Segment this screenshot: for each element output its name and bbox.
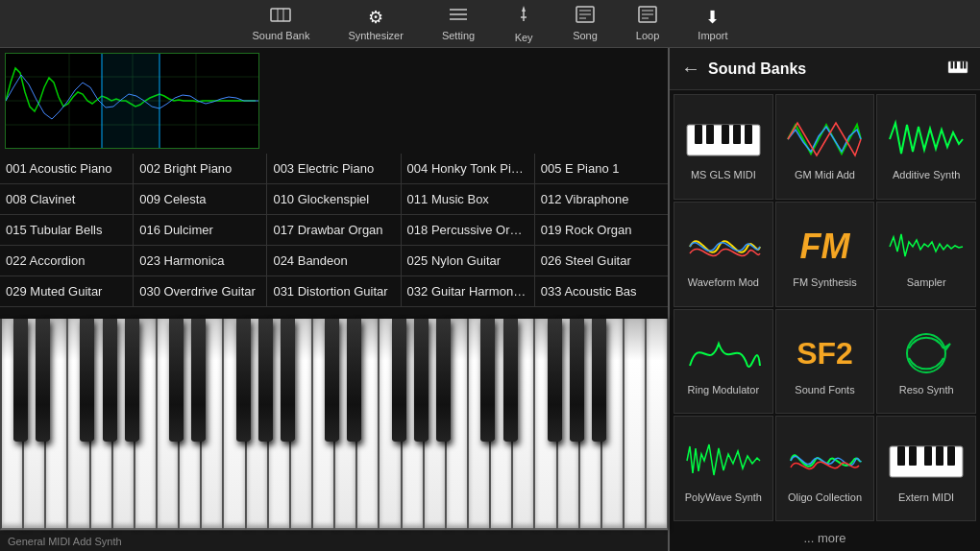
sound-bank-ms-gls-midi[interactable]: MS GLS MIDI xyxy=(674,94,773,200)
sound-bank-label: Extern MIDI xyxy=(898,491,954,503)
white-key[interactable] xyxy=(23,319,45,530)
white-key[interactable] xyxy=(424,319,446,530)
instrument-cell[interactable]: 009 Celesta xyxy=(134,184,267,214)
white-key[interactable] xyxy=(67,319,89,530)
sound-bank-additive-synth[interactable]: Additive Synth xyxy=(876,94,976,200)
white-key[interactable] xyxy=(312,319,334,530)
white-key[interactable] xyxy=(490,319,512,530)
instrument-cell[interactable]: 030 Overdrive Guitar xyxy=(134,276,267,306)
instrument-cell[interactable]: 008 Clavinet xyxy=(0,184,134,214)
sound-bank-visual xyxy=(786,435,863,488)
white-key[interactable] xyxy=(402,319,424,530)
sound-bank-ring-modulator[interactable]: Ring Modulator xyxy=(674,309,773,415)
white-key[interactable] xyxy=(45,319,67,530)
piano-area xyxy=(0,319,668,530)
sound-bank-oligo-collection[interactable]: Oligo Collection xyxy=(775,416,875,521)
sound-bank-sampler[interactable]: Sampler xyxy=(876,202,976,307)
white-key[interactable] xyxy=(157,319,179,530)
instrument-cell[interactable]: 015 Tubular Bells xyxy=(0,215,134,245)
white-key[interactable] xyxy=(579,319,601,530)
back-button[interactable]: ← xyxy=(681,58,700,80)
sound-bank-sound-fonts[interactable]: SF2Sound Fonts xyxy=(775,309,875,415)
toolbar-song[interactable]: Song xyxy=(573,6,598,41)
instrument-cell[interactable]: 024 Bandeon xyxy=(267,246,401,276)
song-label: Song xyxy=(573,30,598,41)
sound-bank-label: Ring Modulator xyxy=(688,384,760,395)
synthesizer-label: Synthesizer xyxy=(348,30,403,41)
song-icon xyxy=(575,6,596,28)
white-key[interactable] xyxy=(135,319,157,530)
white-key[interactable] xyxy=(334,319,356,530)
sound-bank-visual xyxy=(685,220,762,273)
white-key[interactable] xyxy=(0,319,23,530)
synthesizer-icon: ⚙ xyxy=(368,7,383,28)
svg-rect-34 xyxy=(733,125,741,144)
toolbar-key[interactable]: Key xyxy=(513,4,534,43)
sound-banks-header: ← Sound Banks xyxy=(670,48,980,90)
instrument-cell[interactable]: 026 Steel Guitar xyxy=(535,246,668,276)
instrument-cell[interactable]: 032 Guitar Harmonics xyxy=(402,276,535,306)
instrument-cell[interactable]: 016 Dulcimer xyxy=(134,215,267,245)
sound-bank-waveform-mod[interactable]: Waveform Mod xyxy=(674,202,773,307)
white-key[interactable] xyxy=(512,319,534,530)
white-key[interactable] xyxy=(446,319,468,530)
white-key[interactable] xyxy=(246,319,268,530)
instrument-cell[interactable]: 005 E Piano 1 xyxy=(535,154,668,183)
instrument-cell[interactable]: 001 Acoustic Piano xyxy=(0,154,134,183)
sound-bank-label: Reso Synth xyxy=(899,384,954,395)
white-key[interactable] xyxy=(201,319,223,530)
toolbar-loop[interactable]: Loop xyxy=(636,6,659,41)
white-key[interactable] xyxy=(468,319,490,530)
white-key[interactable] xyxy=(223,319,245,530)
instrument-cell[interactable]: 011 Music Box xyxy=(402,184,535,214)
instrument-cell[interactable]: 023 Harmonica xyxy=(134,246,267,276)
instrument-cell[interactable]: 022 Accordion xyxy=(0,246,134,276)
instrument-cell[interactable]: 033 Acoustic Bas xyxy=(535,276,668,306)
instrument-cell[interactable]: 004 Honky Tonk Piano xyxy=(402,154,535,183)
sound-bank-visual xyxy=(888,327,965,380)
instrument-cell[interactable]: 029 Muted Guitar xyxy=(0,276,134,306)
instrument-cell[interactable]: 017 Drawbar Organ xyxy=(267,215,401,245)
sound-bank-reso-synth[interactable]: Reso Synth xyxy=(876,309,976,415)
white-key[interactable] xyxy=(624,319,646,530)
white-key[interactable] xyxy=(646,319,668,530)
white-key[interactable] xyxy=(179,319,201,530)
white-key[interactable] xyxy=(290,319,312,530)
white-key[interactable] xyxy=(601,319,624,530)
sound-bank-visual xyxy=(685,327,762,380)
white-key[interactable] xyxy=(268,319,290,530)
sound-bank-visual: SF2 xyxy=(786,327,863,380)
sound-bank-gm-midi-add[interactable]: GM Midi Add xyxy=(775,94,875,200)
sound-bank-polywave-synth[interactable]: PolyWave Synth xyxy=(674,416,773,521)
instrument-cell[interactable]: 018 Percussive Organ xyxy=(402,215,535,245)
white-key[interactable] xyxy=(112,319,135,530)
more-link[interactable]: ... more xyxy=(670,525,980,551)
toolbar-synthesizer[interactable]: ⚙ Synthesizer xyxy=(348,7,403,41)
piano-icon xyxy=(947,58,968,80)
white-key[interactable] xyxy=(90,319,112,530)
white-key[interactable] xyxy=(379,319,401,530)
instrument-cell[interactable]: 010 Glockenspiel xyxy=(267,184,401,214)
instrument-cell[interactable]: 025 Nylon Guitar xyxy=(402,246,535,276)
white-key[interactable] xyxy=(534,319,556,530)
svg-rect-28 xyxy=(961,61,964,69)
key-label: Key xyxy=(515,32,533,43)
sound-bank-visual xyxy=(685,435,762,488)
instrument-cell[interactable]: 002 Bright Piano xyxy=(134,154,267,183)
instrument-cell[interactable]: 003 Electric Piano xyxy=(267,154,401,183)
instrument-cell[interactable]: 031 Distortion Guitar xyxy=(267,276,401,306)
sound-bank-visual xyxy=(888,220,965,273)
sound-bank-fm-synthesis[interactable]: FMFM Synthesis xyxy=(775,202,875,307)
sound-bank-extern-midi[interactable]: Extern MIDI xyxy=(876,416,976,521)
toolbar-sound-bank[interactable]: Sound Bank xyxy=(252,6,309,41)
instrument-cell[interactable]: 019 Rock Organ xyxy=(535,215,668,245)
white-key[interactable] xyxy=(557,319,579,530)
toolbar: Sound Bank ⚙ Synthesizer Setting Key xyxy=(0,0,980,48)
toolbar-setting[interactable]: Setting xyxy=(442,6,475,41)
instrument-cell[interactable]: 012 Vibraphone xyxy=(535,184,668,214)
svg-rect-41 xyxy=(936,446,943,466)
sound-bank-label: Sound Bank xyxy=(252,30,309,41)
toolbar-import[interactable]: ⬇ Import xyxy=(698,7,727,41)
status-text: General MIDI Add Synth xyxy=(8,536,122,547)
white-key[interactable] xyxy=(356,319,379,530)
